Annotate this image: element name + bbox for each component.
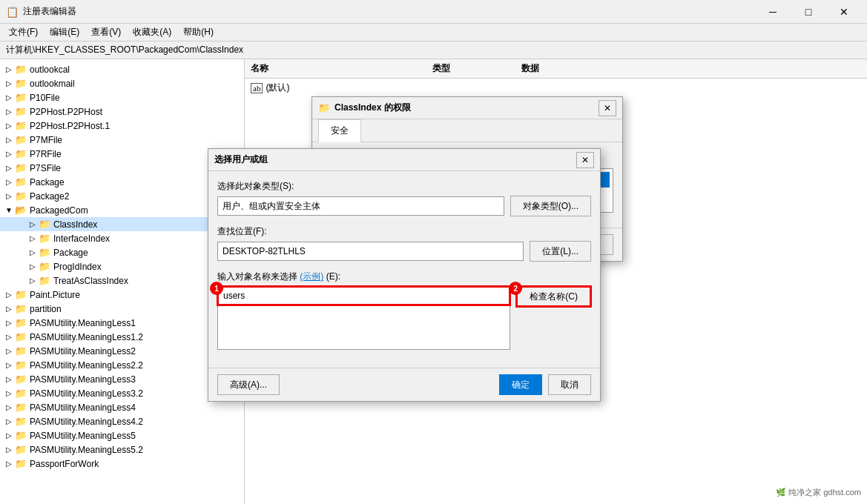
window-controls: ─ □ ✕ (756, 0, 861, 24)
folder-icon: 📁 (39, 219, 50, 230)
expand-icon[interactable]: ▷ (3, 192, 15, 200)
tree-label: PASMUtility.MeaningLess2.2 (30, 360, 143, 371)
select-cancel-button[interactable]: 取消 (548, 374, 591, 395)
watermark-site: 纯净之家 (788, 488, 821, 497)
expand-icon[interactable]: ▷ (3, 361, 15, 369)
tree-item-pasm4[interactable]: ▷ 📁 PASMUtility.MeaningLess4 (0, 400, 244, 414)
menu-help[interactable]: 帮助(H) (177, 24, 220, 40)
tree-label: PASMUtility.MeaningLess3 (30, 374, 136, 385)
expand-icon[interactable]: ▷ (3, 136, 15, 144)
menu-edit[interactable]: 编辑(E) (44, 24, 85, 40)
tree-label: ClassIndex (53, 219, 97, 230)
default-label: (默认) (266, 82, 289, 94)
expand-icon[interactable]: ▷ (3, 178, 15, 186)
maximize-button[interactable]: □ (791, 0, 825, 24)
tree-item-p2phost[interactable]: ▷ 📁 P2PHost.P2PHost (0, 105, 244, 119)
tree-label: P7MFile (30, 135, 62, 145)
watermark-text: 🌿 (776, 488, 788, 497)
tree-item-pasm5-2[interactable]: ▷ 📁 PASMUtility.MeaningLess5.2 (0, 442, 244, 457)
folder-icon: 📁 (15, 416, 27, 427)
select-ok-button[interactable]: 确定 (499, 374, 542, 395)
folder-icon: 📁 (39, 275, 50, 286)
tree-label: Package (53, 248, 88, 258)
folder-icon: 📁 (15, 148, 27, 159)
tree-label: PASMUtility.MeaningLess4.2 (30, 417, 143, 427)
tree-item-pasm4-2[interactable]: ▷ 📁 PASMUtility.MeaningLess4.2 (0, 414, 244, 428)
expand-icon[interactable]: ▷ (3, 403, 15, 411)
expand-icon[interactable]: ▷ (27, 262, 39, 271)
tree-item-p2phost1[interactable]: ▷ 📁 P2PHost.P2PHost.1 (0, 119, 244, 133)
expand-icon[interactable]: ▷ (3, 445, 15, 454)
check-name-button[interactable]: 检查名称(C) (516, 286, 591, 307)
expand-icon[interactable]: ▷ (3, 333, 15, 341)
column-name: 名称 (245, 59, 426, 78)
expand-icon[interactable]: ▷ (3, 347, 15, 355)
tree-item-p7mfile[interactable]: ▷ 📁 P7MFile (0, 133, 244, 147)
tree-label: PASMUtility.MeaningLess5.2 (30, 445, 143, 455)
expand-icon[interactable]: ▷ (3, 79, 15, 87)
select-close-button[interactable]: ✕ (576, 152, 594, 168)
tree-item-passportforwork[interactable]: ▷ 📁 PassportForWork (0, 457, 244, 471)
permissions-close-button[interactable]: ✕ (599, 100, 616, 116)
folder-icon: 📁 (15, 345, 27, 357)
tree-label: PASMUtility.MeaningLess4 (30, 402, 136, 413)
tree-item-pasm5[interactable]: ▷ 📁 PASMUtility.MeaningLess5 (0, 428, 244, 442)
expand-icon[interactable]: ▷ (3, 417, 15, 425)
expand-icon[interactable]: ▷ (3, 460, 15, 468)
input-wrapper: 1 (217, 286, 510, 350)
main-content: ▷ 📁 outlookcal ▷ 📁 outlookmail ▷ 📁 P10Fi… (0, 59, 867, 504)
input-name-row-flex: 1 2 检查名称(C) (217, 286, 591, 350)
advanced-button[interactable]: 高级(A)... (217, 374, 280, 395)
expand-icon[interactable]: ▷ (3, 107, 15, 116)
app-title: 注册表编辑器 (23, 5, 756, 18)
object-type-input[interactable] (217, 196, 504, 216)
expand-icon[interactable]: ▷ (27, 234, 39, 242)
tree-label: P2PHost.P2PHost.1 (30, 121, 110, 131)
expand-icon[interactable]: ▷ (3, 305, 15, 313)
expand-icon[interactable]: ▷ (27, 220, 39, 228)
minimize-button[interactable]: ─ (756, 0, 790, 24)
expand-icon[interactable]: ▷ (27, 276, 39, 285)
expand-icon[interactable]: ▷ (3, 319, 15, 327)
tree-item-outlookcal[interactable]: ▷ 📁 outlookcal (0, 62, 244, 76)
expand-icon[interactable]: ▼ (3, 206, 15, 214)
users-input[interactable] (217, 286, 510, 305)
expand-icon[interactable]: ▷ (3, 122, 15, 130)
menu-file[interactable]: 文件(F) (3, 24, 44, 40)
expand-icon[interactable]: ▷ (3, 431, 15, 440)
expand-icon[interactable]: ▷ (3, 65, 15, 73)
folder-icon: 📁 (15, 78, 27, 89)
watermark: 🌿 纯净之家 gdhst.com (776, 487, 861, 498)
tree-label: PassportForWork (30, 459, 99, 469)
expand-icon[interactable]: ▷ (27, 248, 39, 256)
select-dialog: 选择用户或组 ✕ 选择此对象类型(S): 对象类型(O)... 查找位置(F):… (208, 148, 601, 402)
address-path: 计算机\HKEY_CLASSES_ROOT\PackagedCom\ClassI… (6, 44, 243, 56)
title-bar: 📋 注册表编辑器 ─ □ ✕ (0, 0, 867, 24)
menu-favorites[interactable]: 收藏夹(A) (127, 24, 177, 40)
users-textarea[interactable] (217, 305, 510, 350)
folder-icon: 📁 (39, 261, 50, 272)
tree-label: Paint.Picture (30, 290, 80, 300)
close-button[interactable]: ✕ (827, 0, 861, 24)
tree-label: PackagedCom (30, 205, 88, 216)
location-button[interactable]: 位置(L)... (530, 241, 591, 262)
expand-icon[interactable]: ▷ (3, 389, 15, 397)
folder-icon: 📁 (15, 359, 27, 371)
tab-security[interactable]: 安全 (318, 119, 361, 142)
input-example-link[interactable]: (示例) (300, 271, 323, 282)
expand-icon[interactable]: ▷ (3, 291, 15, 299)
expand-icon[interactable]: ▷ (3, 93, 15, 102)
tree-label: P2PHost.P2PHost (30, 107, 102, 117)
folder-icon: 📁 (15, 92, 27, 103)
expand-icon[interactable]: ▷ (3, 164, 15, 172)
object-type-button[interactable]: 对象类型(O)... (510, 196, 591, 216)
menu-view[interactable]: 查看(V) (85, 24, 127, 40)
expand-icon[interactable]: ▷ (3, 375, 15, 383)
badge-1: 1 (210, 282, 223, 295)
expand-icon[interactable]: ▷ (3, 150, 15, 158)
tree-item-outlookmail[interactable]: ▷ 📁 outlookmail (0, 76, 244, 90)
tree-item-p10file[interactable]: ▷ 📁 P10File (0, 90, 244, 105)
location-input[interactable] (217, 242, 524, 261)
location-row: 查找位置(F): 位置(L)... (217, 225, 591, 262)
tree-label: Package2 (30, 191, 69, 202)
